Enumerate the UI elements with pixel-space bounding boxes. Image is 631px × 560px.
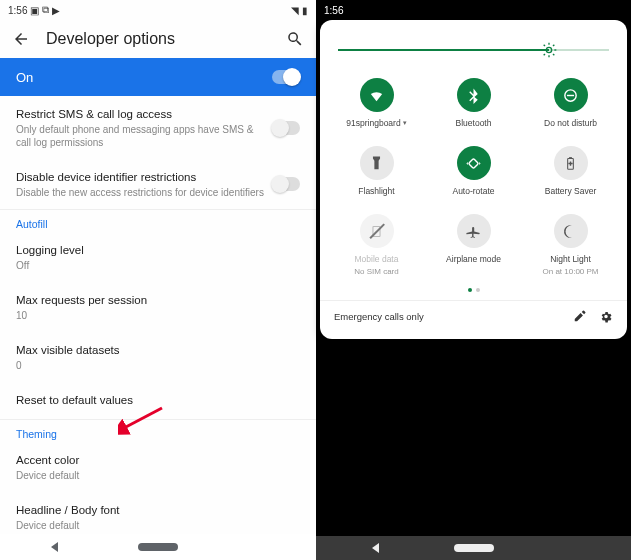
auto-rotate-tile[interactable]: Auto-rotate — [425, 146, 522, 196]
master-toggle-label: On — [16, 70, 33, 85]
airplane-mode-tile[interactable]: Airplane mode — [425, 214, 522, 276]
faded-title: Accent color — [332, 406, 615, 418]
dnd-tile[interactable]: Do not disturb — [522, 78, 619, 128]
row-title: Restrict SMS & call log access — [16, 106, 264, 122]
quick-settings-panel: 91springboard▾ Bluetooth Do not disturb … — [320, 20, 627, 339]
theming-header: Theming — [0, 420, 316, 442]
night-light-icon — [554, 214, 588, 248]
faded-title: Headline / Body font — [332, 438, 615, 450]
status-bar: 1:56 ▣ ⧉ ▶ ◥ ▮ — [0, 0, 316, 20]
wifi-icon: ◥ — [291, 5, 299, 16]
tile-label: 91springboard — [346, 118, 400, 128]
battery-saver-tile[interactable]: Battery Saver — [522, 146, 619, 196]
battery-icon: ▮ — [302, 5, 308, 16]
row-title: Max visible datasets — [16, 342, 300, 358]
dnd-icon — [554, 78, 588, 112]
brightness-slider[interactable] — [338, 40, 609, 60]
nav-home-pill[interactable] — [454, 544, 494, 552]
faded-sub: Device default — [332, 450, 615, 460]
row-subtitle: Only default phone and messaging apps ha… — [16, 123, 264, 149]
row-subtitle: 0 — [16, 359, 300, 372]
dot — [476, 288, 480, 292]
svg-line-8 — [544, 54, 545, 55]
restrict-sms-row[interactable]: Restrict SMS & call log access Only defa… — [0, 96, 316, 159]
svg-line-6 — [544, 45, 545, 46]
tile-label: Airplane mode — [446, 254, 501, 264]
clock: 1:56 — [8, 5, 27, 16]
battery-saver-icon — [554, 146, 588, 180]
faded-theming-header: Theming — [332, 385, 615, 396]
reset-defaults-row[interactable]: Reset to default values — [0, 382, 316, 418]
night-light-tile[interactable]: Night Light On at 10:00 PM — [522, 214, 619, 276]
svg-rect-15 — [373, 226, 380, 236]
status-bar: 1:56 — [316, 0, 631, 20]
emergency-text: Emergency calls only — [334, 311, 561, 322]
row-title: Headline / Body font — [16, 502, 300, 518]
page-indicator — [320, 288, 627, 292]
clock: 1:56 — [324, 5, 343, 16]
play-icon: ▶ — [52, 5, 60, 16]
panel-footer: Emergency calls only — [320, 300, 627, 331]
row-title: Accent color — [16, 452, 300, 468]
max-visible-row[interactable]: Max visible datasets 0 — [0, 332, 316, 382]
settings-screen: 1:56 ▣ ⧉ ▶ ◥ ▮ Developer options On Rest… — [0, 0, 316, 560]
row-subtitle: Device default — [16, 469, 300, 482]
svg-line-7 — [553, 54, 554, 55]
search-icon[interactable] — [286, 30, 304, 48]
auto-rotate-icon — [457, 146, 491, 180]
tile-sublabel: No SIM card — [354, 267, 398, 276]
tile-label: Flashlight — [358, 186, 394, 196]
row-title: Reset to default values — [16, 392, 300, 408]
page-title: Developer options — [46, 30, 270, 48]
svg-rect-14 — [569, 157, 572, 158]
logging-level-row[interactable]: Logging level Off — [0, 232, 316, 282]
wifi-icon — [360, 78, 394, 112]
tile-label: Night Light — [550, 254, 591, 264]
nav-bar — [0, 534, 316, 560]
nav-bar — [316, 536, 631, 560]
tile-label: Mobile data — [355, 254, 399, 264]
row-subtitle: 10 — [16, 309, 300, 322]
accent-color-row[interactable]: Accent color Device default — [0, 442, 316, 492]
faded-row: Accent color Green — [332, 406, 615, 428]
nav-home-pill[interactable] — [138, 543, 178, 551]
faded-sub: Device default — [332, 482, 615, 492]
row-subtitle: Disable the new access restrictions for … — [16, 186, 264, 199]
master-switch-icon[interactable] — [272, 70, 300, 84]
screenshot-icon: ▣ — [30, 5, 39, 16]
tile-sublabel: On at 10:00 PM — [542, 267, 598, 276]
svg-line-9 — [553, 45, 554, 46]
max-requests-row[interactable]: Max requests per session 10 — [0, 282, 316, 332]
chevron-down-icon[interactable]: ▾ — [403, 119, 407, 127]
faded-settings: Theming Accent color Green Headline / Bo… — [316, 375, 631, 508]
wifi-tile[interactable]: 91springboard▾ — [328, 78, 425, 128]
row-title: Disable device identifier restrictions — [16, 169, 264, 185]
back-icon[interactable] — [12, 30, 30, 48]
mobile-data-icon — [360, 214, 394, 248]
flashlight-tile[interactable]: Flashlight — [328, 146, 425, 196]
nav-back-icon[interactable] — [372, 543, 379, 553]
airplane-icon — [457, 214, 491, 248]
master-toggle-row[interactable]: On — [0, 58, 316, 96]
tile-label: Do not disturb — [544, 118, 597, 128]
switch-off-icon[interactable] — [272, 121, 300, 135]
bluetooth-tile[interactable]: Bluetooth — [425, 78, 522, 128]
app-icon: ⧉ — [42, 4, 49, 16]
slider-track — [338, 49, 609, 51]
row-title: Logging level — [16, 242, 300, 258]
brightness-thumb-icon[interactable] — [541, 42, 557, 58]
disable-identifier-row[interactable]: Disable device identifier restrictions D… — [0, 159, 316, 209]
tile-label: Auto-rotate — [452, 186, 494, 196]
svg-point-1 — [547, 47, 552, 52]
quick-settings-screen: Theming Accent color Green Headline / Bo… — [316, 0, 631, 560]
nav-back-icon[interactable] — [51, 542, 58, 552]
faded-row: Headline / Body font Device default — [332, 438, 615, 460]
gear-icon[interactable] — [599, 309, 613, 323]
mobile-data-tile[interactable]: Mobile data No SIM card — [328, 214, 425, 276]
tiles-grid: 91springboard▾ Bluetooth Do not disturb … — [320, 78, 627, 276]
row-subtitle: Device default — [16, 519, 300, 532]
edit-icon[interactable] — [573, 309, 587, 323]
faded-row: Icon shape Device default — [332, 470, 615, 492]
dot-active — [468, 288, 472, 292]
switch-off-icon[interactable] — [272, 177, 300, 191]
